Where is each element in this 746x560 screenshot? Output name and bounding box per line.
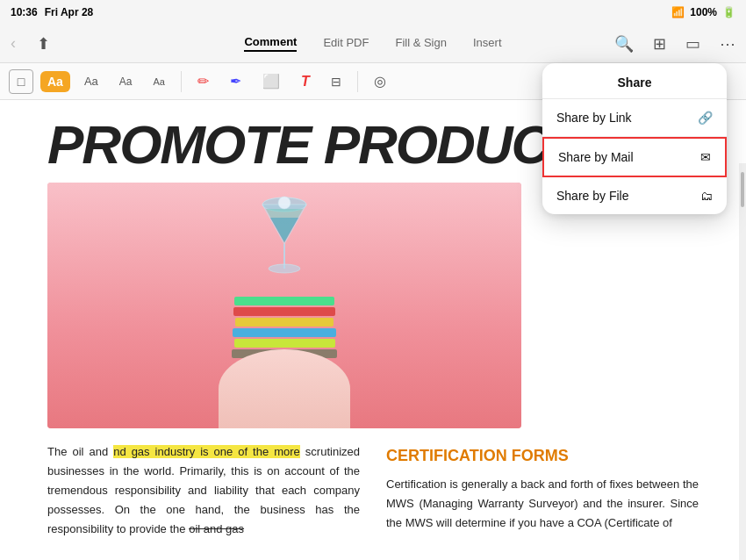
pen-red-icon: ✏ <box>197 73 209 90</box>
strikethrough-icon: ⊟ <box>331 75 341 89</box>
eraser-button[interactable]: ⬜ <box>255 69 287 93</box>
book-6 <box>234 297 334 305</box>
pen-blue-button[interactable]: ✒ <box>223 69 248 93</box>
date: Fri Apr 28 <box>45 6 94 18</box>
cert-heading: CERTIFICATION FORMS <box>386 442 699 470</box>
share-by-mail-label: Share by Mail <box>558 150 634 164</box>
battery-icon: 🔋 <box>722 6 735 18</box>
strikethrough-button[interactable]: ⊟ <box>324 71 348 92</box>
hand-image-bg <box>47 183 521 428</box>
stamp-icon: ◎ <box>374 73 386 90</box>
hand-shape <box>219 349 350 428</box>
status-right: 📶 100% 🔋 <box>671 6 735 18</box>
share-by-mail-item[interactable]: Share by Mail ✉ <box>542 137 727 177</box>
pdf-image <box>47 183 521 428</box>
scroll-area <box>739 163 746 560</box>
pdf-lower-content: The oil and nd gas industry is one of th… <box>47 442 699 539</box>
svg-point-3 <box>269 264 300 273</box>
tab-insert[interactable]: Insert <box>473 36 502 51</box>
share-popup: Share Share by Link 🔗 Share by Mail ✉ Sh… <box>542 63 727 214</box>
pdf-right-column: CERTIFICATION FORMS Certification is gen… <box>386 442 699 539</box>
status-bar: 10:36 Fri Apr 28 📶 100% 🔋 <box>0 0 746 25</box>
scroll-handle[interactable] <box>741 172 744 207</box>
pen-red-button[interactable]: ✏ <box>190 69 216 93</box>
grid-button[interactable]: ⊞ <box>649 31 670 57</box>
text-button[interactable]: T <box>294 70 317 93</box>
book-2 <box>234 339 335 348</box>
back-button[interactable]: ‹ <box>7 31 19 56</box>
share-by-file-icon: 🗂 <box>700 189 713 203</box>
eraser-icon: ⬜ <box>262 73 280 90</box>
share-by-mail-icon: ✉ <box>700 150 711 164</box>
separator-2 <box>357 71 358 92</box>
strikethrough-text: oil and gas <box>189 522 244 535</box>
share-by-file-item[interactable]: Share by File 🗂 <box>542 177 727 214</box>
more-button[interactable]: ⋯ <box>716 31 739 57</box>
pdf-left-column: The oil and nd gas industry is one of th… <box>47 442 360 539</box>
fit-button[interactable]: ▭ <box>682 31 704 57</box>
status-left: 10:36 Fri Apr 28 <box>11 6 93 18</box>
share-popup-title: Share <box>542 63 727 99</box>
right-text: Certification is generally a back and fo… <box>386 477 699 529</box>
share-by-file-label: Share by File <box>556 189 628 203</box>
book-4 <box>235 318 334 327</box>
book-5 <box>233 307 335 316</box>
toolbar-left: ‹ ⬆ <box>7 31 112 57</box>
crop-button[interactable]: □ <box>9 69 33 94</box>
tab-comment[interactable]: Comment <box>244 35 297 52</box>
svg-point-1 <box>278 197 291 209</box>
share-by-link-label: Share by Link <box>556 111 632 125</box>
book-3 <box>233 328 336 337</box>
main-toolbar: ‹ ⬆ Comment Edit PDF Fill & Sign Insert … <box>0 25 746 63</box>
pen-blue-icon: ✒ <box>230 73 241 90</box>
wifi-icon: 📶 <box>671 6 685 18</box>
text-size-btn-3[interactable]: Aa <box>112 72 140 91</box>
tab-edit-pdf[interactable]: Edit PDF <box>323 36 369 51</box>
share-by-link-item[interactable]: Share by Link 🔗 <box>542 99 727 137</box>
share-by-link-icon: 🔗 <box>698 111 713 125</box>
battery-label: 100% <box>690 6 717 18</box>
text-size-btn-4[interactable]: Aa <box>147 73 172 90</box>
share-button[interactable]: ⬆ <box>33 31 54 57</box>
highlighted-text: nd gas industry is one of the more <box>113 445 300 458</box>
text-size-btn-2[interactable]: Aa <box>77 71 105 91</box>
toolbar-right: 🔍 ⊞ ▭ ⋯ <box>634 31 739 57</box>
left-text-1: The oil and <box>47 445 113 458</box>
toolbar-tabs: Comment Edit PDF Fill & Sign Insert <box>112 35 634 52</box>
stamp-button[interactable]: ◎ <box>367 69 393 93</box>
tab-fill-sign[interactable]: Fill & Sign <box>395 36 447 51</box>
search-button[interactable]: 🔍 <box>611 31 637 57</box>
separator-1 <box>181 71 182 92</box>
text-T-icon: T <box>301 74 310 90</box>
time: 10:36 <box>11 6 38 18</box>
text-size-btn-1[interactable]: Aa <box>40 71 70 92</box>
cocktail-glass-svg <box>258 191 311 279</box>
